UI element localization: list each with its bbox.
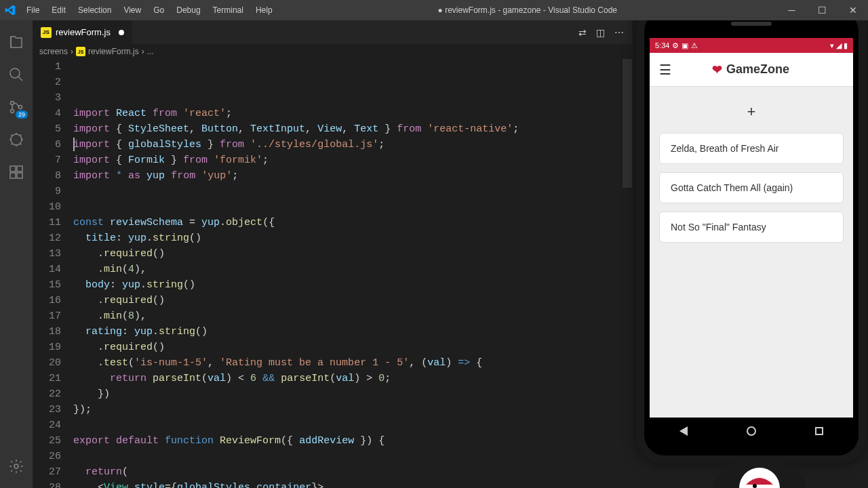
wifi-icon: ▾ <box>830 41 834 50</box>
phone-nav-bar <box>650 419 853 443</box>
settings-icon[interactable] <box>0 450 33 483</box>
phone-status-bar: 5:34 ⚙ ▣ ⚠ ▾ ◢ ▮ <box>650 38 853 53</box>
maximize-button[interactable]: ☐ <box>807 0 837 20</box>
back-button[interactable] <box>679 426 688 436</box>
battery-icon: ▮ <box>844 41 848 50</box>
text-cursor <box>73 138 75 151</box>
compare-icon[interactable]: ⇄ <box>578 27 587 38</box>
scrollbar[interactable] <box>623 59 632 188</box>
code-editor[interactable]: 1234567891011121314151617181920212223242… <box>33 59 632 488</box>
app-title: ❤ GameZone <box>671 62 830 77</box>
menu-go[interactable]: Go <box>147 0 170 20</box>
tabs-bar: JS reviewForm.js ⇄ ◫ ⋯ <box>33 20 632 44</box>
chevron-right-icon: › <box>142 47 144 56</box>
menu-edit[interactable]: Edit <box>45 0 72 20</box>
svg-point-10 <box>14 464 18 468</box>
svg-point-12 <box>753 484 757 488</box>
menu-view[interactable]: View <box>117 0 147 20</box>
svg-rect-7 <box>17 166 22 171</box>
source-control-icon[interactable]: 29 <box>0 91 33 123</box>
svg-point-0 <box>10 68 20 78</box>
menu-selection[interactable]: Selection <box>72 0 117 20</box>
js-file-icon: JS <box>41 27 52 38</box>
extensions-icon[interactable] <box>0 156 33 188</box>
breadcrumb-file[interactable]: reviewForm.js <box>88 47 139 56</box>
review-card[interactable]: Zelda, Breath of Fresh Air <box>659 133 844 164</box>
settings-status-icon: ⚙ <box>672 41 679 50</box>
scm-badge: 29 <box>16 110 28 119</box>
home-button[interactable] <box>747 426 756 436</box>
titlebar: File Edit Selection View Go Debug Termin… <box>0 0 868 20</box>
close-button[interactable]: ✕ <box>837 0 868 20</box>
svg-rect-6 <box>10 166 16 171</box>
menubar: File Edit Selection View Go Debug Termin… <box>20 0 279 20</box>
tab-actions: ⇄ ◫ ⋯ <box>578 27 632 38</box>
svg-rect-9 <box>17 173 22 178</box>
tab-label: reviewForm.js <box>56 27 111 37</box>
recent-button[interactable] <box>815 427 823 435</box>
svg-line-1 <box>18 77 22 81</box>
code-content[interactable]: import React from 'react';import { Style… <box>73 59 632 488</box>
line-numbers: 1234567891011121314151617181920212223242… <box>33 59 73 488</box>
svg-point-4 <box>19 106 22 109</box>
editor-area: JS reviewForm.js ⇄ ◫ ⋯ screens › JS revi… <box>33 20 632 488</box>
status-time: 5:34 <box>655 41 669 49</box>
add-button[interactable]: + <box>659 96 844 133</box>
review-card[interactable]: Gotta Catch Them All (again) <box>659 172 844 203</box>
svg-point-5 <box>11 134 22 145</box>
search-icon[interactable] <box>0 58 33 91</box>
js-file-icon: JS <box>76 47 85 56</box>
svg-point-2 <box>11 102 14 105</box>
vscode-logo-icon <box>0 5 20 16</box>
activity-bar: 29 <box>0 20 33 488</box>
breadcrumbs[interactable]: screens › JS reviewForm.js › ... <box>33 44 632 59</box>
menu-terminal[interactable]: Terminal <box>207 0 250 20</box>
heart-icon: ❤ <box>712 62 722 77</box>
phone-speaker <box>731 22 772 26</box>
ninja-logo-icon <box>712 461 807 488</box>
review-card[interactable]: Not So "Final" Fantasy <box>659 211 844 243</box>
explorer-icon[interactable] <box>0 26 33 58</box>
menu-debug[interactable]: Debug <box>170 0 206 20</box>
chevron-right-icon: › <box>71 47 73 56</box>
dirty-indicator-icon <box>119 30 124 35</box>
svg-rect-8 <box>10 173 16 178</box>
minimize-button[interactable]: ─ <box>776 0 807 20</box>
svg-point-3 <box>11 110 14 113</box>
window-controls: ─ ☐ ✕ <box>776 0 868 20</box>
warning-status-icon: ⚠ <box>691 41 698 50</box>
tab-reviewform[interactable]: JS reviewForm.js <box>33 20 133 44</box>
debug-icon[interactable] <box>0 123 33 156</box>
signal-icon: ◢ <box>836 41 842 50</box>
hamburger-icon[interactable]: ☰ <box>659 62 671 78</box>
more-actions-icon[interactable]: ⋯ <box>614 27 624 38</box>
menu-help[interactable]: Help <box>250 0 279 20</box>
breadcrumb-folder[interactable]: screens <box>39 47 68 56</box>
menu-file[interactable]: File <box>20 0 45 20</box>
debug-status-icon: ▣ <box>682 41 688 50</box>
breadcrumb-more[interactable]: ... <box>147 47 154 56</box>
phone-mockup: 5:34 ⚙ ▣ ⚠ ▾ ◢ ▮ ☰ ❤ GameZone <box>636 3 867 464</box>
split-editor-icon[interactable]: ◫ <box>596 27 605 38</box>
app-header: ☰ ❤ GameZone <box>650 53 853 87</box>
phone-screen: 5:34 ⚙ ▣ ⚠ ▾ ◢ ▮ ☰ ❤ GameZone <box>650 38 853 418</box>
app-body: + Zelda, Breath of Fresh Air Gotta Catch… <box>650 87 853 260</box>
window-title: ● reviewForm.js - gamezone - Visual Stud… <box>279 5 776 15</box>
